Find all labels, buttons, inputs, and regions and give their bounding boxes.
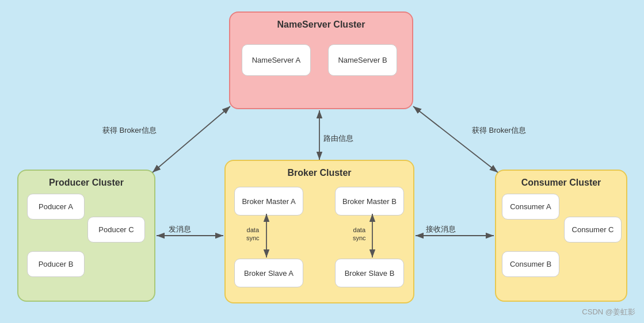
producer-cluster: Producer Cluster Poducer A Poducer C Pod…	[17, 170, 155, 302]
broker-cluster-title: Broker Cluster	[233, 168, 406, 178]
broker-master-b: Broker Master B	[335, 187, 404, 216]
consumer-node-c: Consumer C	[564, 217, 622, 243]
broker-slave-b: Broker Slave B	[335, 259, 404, 287]
consumer-node-a: Consumer A	[502, 194, 559, 220]
label-receive-message: 接收消息	[426, 224, 456, 234]
consumer-cluster: Consumer Cluster Consumer A Consumer C C…	[495, 170, 627, 302]
producer-node-b: Poducer B	[27, 251, 85, 277]
nameserver-cluster-title: NameServer Cluster	[237, 20, 405, 30]
broker-slave-a: Broker Slave A	[234, 259, 303, 287]
label-send-message: 发消息	[169, 224, 191, 234]
nameserver-cluster: NameServer Cluster NameServer A NameServ…	[229, 11, 413, 109]
broker-master-a: Broker Master A	[234, 187, 303, 216]
label-broker-info-left: 获得 Broker信息	[102, 125, 157, 136]
producer-node-c: Poducer C	[87, 217, 145, 243]
diagram: NameServer Cluster NameServer A NameServ…	[0, 0, 644, 323]
watermark: CSDN @姜虹影	[582, 307, 635, 317]
nameserver-node-b: NameServer B	[328, 44, 397, 76]
nameserver-node-a: NameServer A	[242, 44, 311, 76]
svg-line-2	[153, 106, 230, 172]
producer-node-a: Poducer A	[27, 194, 85, 220]
consumer-node-b: Consumer B	[502, 251, 559, 277]
label-broker-info-right: 获得 Broker信息	[472, 125, 526, 136]
label-data-sync-left: datasync	[246, 226, 260, 243]
producer-cluster-title: Producer Cluster	[25, 178, 147, 188]
consumer-cluster-title: Consumer Cluster	[503, 178, 619, 188]
label-data-sync-right: datasync	[353, 226, 366, 243]
label-route-info: 路由信息	[323, 133, 353, 144]
svg-line-3	[413, 106, 498, 172]
